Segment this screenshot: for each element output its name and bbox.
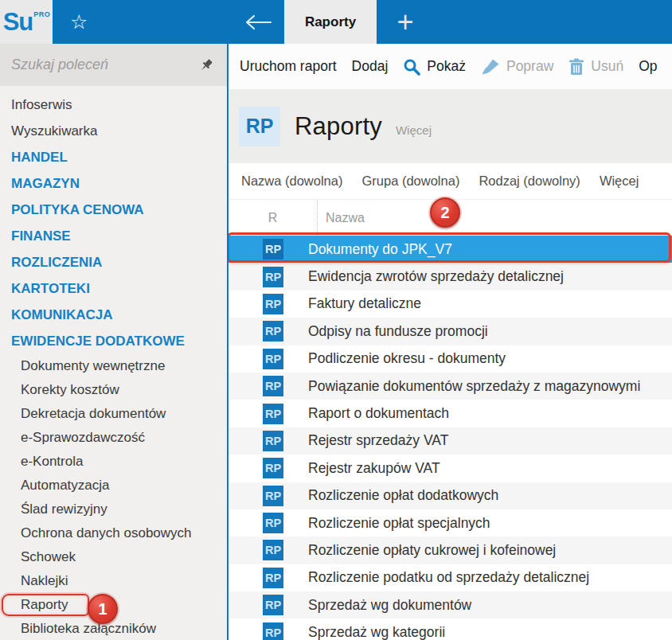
column-header-nazwa[interactable]: Nazwa — [317, 200, 672, 236]
sidebar-item-label: Ślad rewizyjny — [21, 501, 107, 517]
module-rp-badge: RP — [239, 107, 280, 146]
report-row[interactable]: RPDokumenty do JPK_V7 — [229, 236, 672, 263]
report-row[interactable]: RPRejestr sprzedaży VAT — [229, 427, 672, 455]
report-row[interactable]: RPPowiązanie dokumentów sprzedaży z maga… — [229, 373, 672, 400]
report-row[interactable]: RPFaktury detaliczne — [229, 291, 672, 318]
report-name: Dokumenty do JPK_V7 — [308, 241, 452, 258]
sidebar-item-handel[interactable]: HANDEL — [0, 144, 227, 170]
report-rp-icon: RP — [263, 568, 283, 588]
report-rp-icon: RP — [263, 595, 283, 615]
report-rp-icon: RP — [263, 294, 283, 314]
report-row[interactable]: RPSprzedaż wg dokumentów — [229, 591, 672, 619]
column-header-r[interactable]: R — [229, 200, 317, 236]
show-button[interactable]: Pokaż — [403, 58, 466, 76]
filter-group[interactable]: Grupa (dowolna) — [361, 174, 459, 189]
delete-button[interactable]: Usuń — [568, 58, 623, 76]
sidebar-item-wyszukiwarka[interactable]: Wyszukiwarka — [0, 118, 227, 144]
report-rp-icon: RP — [263, 404, 283, 424]
sidebar-item-rozliczenia[interactable]: ROZLICZENIA — [0, 249, 227, 275]
tab-raporty[interactable]: Raporty — [284, 0, 377, 44]
sidebar: Szukaj poleceń InfoserwisWyszukiwarkaHAN… — [0, 44, 229, 640]
run-report-button[interactable]: Uruchom raport — [240, 58, 337, 75]
sidebar-item-label: POLITYKA CENOWA — [11, 202, 144, 218]
logo-pro-label: PRO — [33, 10, 50, 18]
report-rp-icon: RP — [263, 431, 283, 451]
back-arrow-icon[interactable] — [244, 14, 273, 31]
sidebar-item-automatyzacja[interactable]: Automatyzacja — [0, 474, 227, 498]
report-row[interactable]: RPOdpisy na fundusze promocji — [229, 318, 672, 345]
sidebar-item-e-kontrola[interactable]: e-Kontrola — [0, 450, 227, 474]
sidebar-item-label: Dokumenty wewnętrzne — [21, 358, 165, 374]
report-row[interactable]: RPRaport o dokumentach — [229, 400, 672, 427]
pin-icon[interactable] — [198, 57, 214, 73]
sidebar-nav: InfoserwisWyszukiwarkaHANDELMAGAZYNPOLIT… — [0, 86, 227, 640]
sidebar-item-dokumenty-wewnetrzne[interactable]: Dokumenty wewnętrzne — [0, 354, 227, 378]
add-button[interactable]: Dodaj — [352, 58, 389, 75]
report-rp-icon: RP — [263, 622, 283, 640]
new-tab-plus-button[interactable]: + — [389, 6, 421, 38]
filter-name[interactable]: Nazwa (dowolna) — [241, 174, 342, 189]
sidebar-item-korekty-kosztow[interactable]: Korekty kosztów — [0, 378, 227, 402]
sidebar-item-dekretacja-dokumentow[interactable]: Dekretacja dokumentów — [0, 402, 227, 426]
brush-icon — [481, 58, 500, 76]
sidebar-item-label: Wyszukiwarka — [11, 123, 97, 139]
annotation-step-1-badge: 1 — [88, 594, 118, 624]
report-row[interactable]: RPRozliczenie opłat dodatkowych — [229, 482, 672, 509]
report-row[interactable]: RPSprzedaż wg kategorii — [229, 619, 672, 640]
app-window: SuPRO ☆ Raporty + Szukaj poleceń — [0, 0, 672, 640]
report-row[interactable]: RPRejestr zakupów VAT — [229, 455, 672, 482]
sidebar-item-e-sprawozdawczosc[interactable]: e-Sprawozdawczość — [0, 426, 227, 450]
main-panel: Uruchom raport Dodaj Pokaż Popraw — [229, 44, 672, 640]
sidebar-item-label: Automatyzacja — [21, 478, 110, 494]
report-name: Ewidencja zwrotów sprzedaży detalicznej — [308, 268, 564, 285]
report-row[interactable]: RPRozliczenie podatku od sprzedaży detal… — [229, 564, 672, 591]
sidebar-item-kartoteki[interactable]: KARTOTEKI — [0, 275, 227, 302]
sidebar-item-naklejki[interactable]: Naklejki — [0, 569, 227, 593]
sidebar-item-ochrona-danych-osobowych[interactable]: Ochrona danych osobowych — [0, 521, 227, 545]
report-rp-icon: RP — [263, 321, 283, 341]
sidebar-item-label: Korekty kosztów — [21, 382, 119, 398]
filter-type[interactable]: Rodzaj (dowolny) — [479, 174, 580, 189]
report-rp-icon: RP — [263, 267, 283, 287]
report-name: Rozliczenie opłat specjalnych — [308, 515, 490, 532]
sidebar-item-magazyn[interactable]: MAGAZYN — [0, 170, 227, 197]
report-name: Raport o dokumentach — [308, 405, 449, 422]
sidebar-item-komunikacja[interactable]: KOMUNIKACJA — [0, 302, 227, 328]
report-row[interactable]: RPPodliczenie okresu - dokumenty — [229, 345, 672, 373]
report-name: Rozliczenie opłaty cukrowej i kofeinowej — [308, 542, 556, 559]
filter-more[interactable]: Więcej — [600, 174, 639, 189]
app-logo[interactable]: SuPRO — [0, 0, 53, 44]
report-rp-icon: RP — [263, 376, 283, 396]
report-rp-icon: RP — [263, 239, 283, 260]
sidebar-item-finanse[interactable]: FINANSE — [0, 223, 227, 249]
topbar: SuPRO ☆ Raporty + — [0, 0, 672, 44]
report-row[interactable]: RPEwidencja zwrotów sprzedaży detaliczne… — [229, 263, 672, 290]
favorites-star-icon[interactable]: ☆ — [70, 12, 88, 32]
sidebar-item-slad-rewizyjny[interactable]: Ślad rewizyjny — [0, 498, 227, 521]
header-more-link[interactable]: Więcej — [396, 123, 432, 137]
sidebar-item-polityka-cenowa[interactable]: POLITYKA CENOWA — [0, 197, 227, 223]
report-name: Rejestr sprzedaży VAT — [308, 432, 448, 449]
report-row[interactable]: RPRozliczenie opłat specjalnych — [229, 509, 672, 537]
report-name: Podliczenie okresu - dokumenty — [308, 350, 506, 367]
sidebar-item-biblioteka-zalacznikow[interactable]: Biblioteka załączników — [0, 617, 227, 640]
command-search-box[interactable]: Szukaj poleceń — [0, 44, 227, 86]
sidebar-item-label: MAGAZYN — [11, 176, 80, 192]
sidebar-item-ewidencje-dodatkowe[interactable]: EWIDENCJE DODATKOWE — [0, 328, 227, 354]
edit-button[interactable]: Popraw — [481, 58, 553, 76]
filter-bar: Nazwa (dowolna) Grupa (dowolna) Rodzaj (… — [229, 163, 672, 200]
edit-button-label: Popraw — [506, 58, 553, 75]
page-title: Raporty — [295, 112, 382, 141]
trash-icon — [568, 58, 584, 76]
report-row[interactable]: RPRozliczenie opłaty cukrowej i kofeinow… — [229, 537, 672, 564]
sidebar-item-label: ROZLICZENIA — [11, 255, 102, 271]
report-name: Rozliczenie opłat dodatkowych — [308, 487, 498, 504]
sidebar-item-label: Dekretacja dokumentów — [21, 406, 166, 422]
sidebar-item-infoserwis[interactable]: Infoserwis — [0, 92, 227, 118]
operations-button[interactable]: Op — [639, 58, 657, 75]
topbar-left-segment: ☆ — [53, 0, 284, 44]
sidebar-item-schowek[interactable]: Schowek — [0, 545, 227, 569]
sidebar-item-label: Naklejki — [21, 573, 68, 589]
sidebar-item-label: Schowek — [21, 549, 76, 565]
toolbar: Uruchom raport Dodaj Pokaż Popraw — [229, 44, 672, 89]
